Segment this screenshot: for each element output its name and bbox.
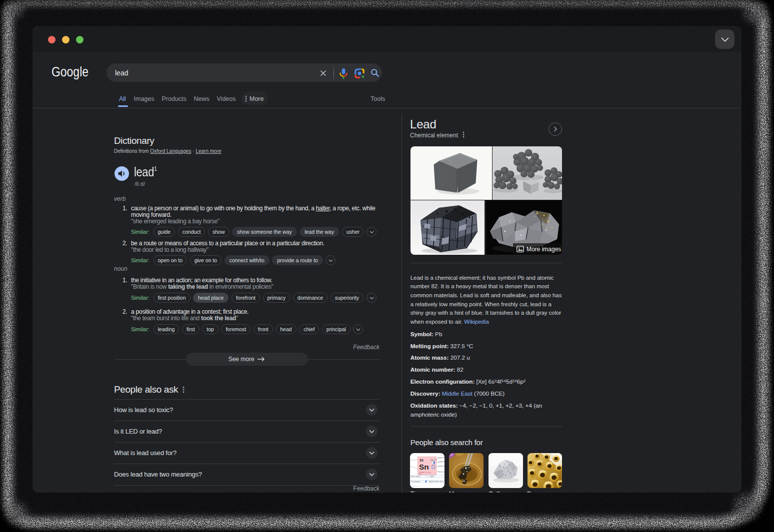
svg-text:50: 50 [420,458,424,462]
svg-text:acid base: acid base [438,461,444,463]
svg-text:Sn: Sn [419,463,429,471]
svg-text:Google: Google [52,64,88,79]
svg-text:other metals: other metals [411,475,420,477]
svg-text:atomic we: atomic we [438,457,444,459]
svg-text:Sn: Sn [420,473,422,475]
svg-text:——: —— [425,475,428,477]
svg-text:crystal str: crystal str [438,465,444,467]
svg-text:Solid: Solid [430,475,434,477]
svg-text:Paramagnet: Paramagnet [411,481,420,483]
svg-text:Equal relative stren: Equal relative stren [429,481,444,483]
svg-text:118.71: 118.71 [430,459,437,461]
svg-text:electron c: electron c [438,471,444,473]
